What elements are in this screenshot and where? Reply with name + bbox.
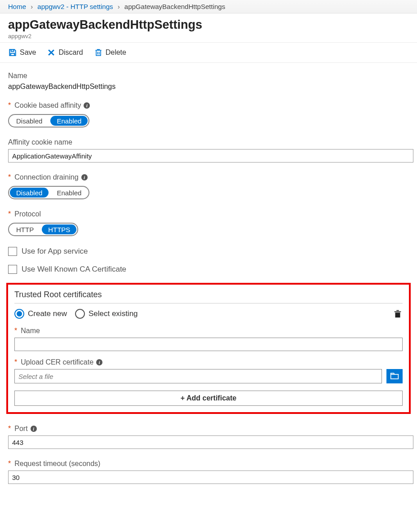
connection-draining-disabled[interactable]: Disabled [10, 188, 49, 198]
affinity-cookie-name-label: Affinity cookie name [8, 138, 409, 146]
info-icon[interactable]: i [84, 102, 90, 109]
svg-rect-0 [391, 374, 399, 379]
protocol-https[interactable]: HTTPS [42, 224, 76, 234]
port-label: Port [14, 425, 27, 433]
trusted-root-section: Trusted Root certificates Create new Sel… [6, 283, 411, 414]
chevron-right-icon: › [31, 3, 33, 10]
browse-file-button[interactable] [386, 369, 403, 383]
select-existing-radio[interactable]: Select existing [75, 309, 138, 319]
use-app-service-checkbox[interactable]: Use for App service [8, 247, 409, 256]
request-timeout-label: Request timeout (seconds) [14, 460, 100, 468]
save-button[interactable]: Save [8, 48, 36, 57]
field-port: * Port i [8, 425, 409, 449]
request-timeout-input[interactable] [8, 470, 413, 484]
trusted-root-title: Trusted Root certificates [14, 290, 403, 299]
delete-label: Delete [106, 48, 126, 57]
cert-name-label: Name [21, 327, 40, 335]
field-connection-draining: * Connection draining i Disabled Enabled [8, 173, 409, 199]
connection-draining-toggle[interactable]: Disabled Enabled [8, 186, 89, 199]
info-icon[interactable]: i [31, 426, 37, 432]
protocol-label: Protocol [14, 210, 41, 218]
page-subtitle: appgwv2 [8, 33, 409, 40]
toolbar: Save Discard Delete [0, 43, 417, 63]
checkbox-icon [8, 247, 17, 256]
create-new-radio[interactable]: Create new [14, 309, 67, 319]
required-marker: * [8, 210, 11, 218]
connection-draining-label: Connection draining [14, 173, 78, 181]
info-icon[interactable]: i [81, 174, 88, 180]
required-marker: * [14, 358, 17, 366]
delete-button[interactable]: Delete [94, 48, 126, 57]
cookie-affinity-toggle[interactable]: Disabled Enabled [8, 114, 89, 128]
use-well-known-ca-label: Use Well Known CA Certificate [22, 265, 126, 274]
close-icon [47, 48, 56, 57]
checkbox-icon [8, 265, 17, 274]
trusted-root-mode: Create new Select existing [14, 309, 403, 319]
cookie-affinity-label: Cookie based affinity [14, 101, 81, 110]
field-affinity-cookie-name: Affinity cookie name [8, 138, 409, 163]
create-new-label: Create new [28, 309, 67, 318]
select-existing-label: Select existing [89, 309, 138, 318]
cert-name-input[interactable] [14, 338, 403, 351]
name-value: appGatewayBackendHttpSettings [8, 83, 409, 91]
use-app-service-label: Use for App service [22, 247, 88, 256]
folder-icon [390, 373, 399, 380]
trash-icon [94, 48, 103, 57]
page-title: appGatewayBackendHttpSettings [8, 18, 409, 32]
cookie-affinity-enabled[interactable]: Enabled [50, 116, 88, 126]
discard-label: Discard [58, 48, 83, 57]
breadcrumb-level1[interactable]: appgwv2 - HTTP settings [37, 3, 113, 10]
field-protocol: * Protocol HTTP HTTPS [8, 210, 409, 236]
save-label: Save [20, 48, 36, 57]
add-certificate-button[interactable]: + Add certificate [14, 391, 403, 406]
discard-button[interactable]: Discard [47, 48, 83, 57]
required-marker: * [8, 101, 11, 110]
affinity-cookie-name-input[interactable] [8, 149, 413, 163]
save-icon [8, 48, 17, 57]
port-input[interactable] [8, 435, 413, 449]
form: Name appGatewayBackendHttpSettings * Coo… [0, 63, 417, 504]
protocol-toggle[interactable]: HTTP HTTPS [8, 223, 78, 236]
page-header: appGatewayBackendHttpSettings appgwv2 [0, 13, 417, 43]
field-request-timeout: * Request timeout (seconds) [8, 460, 409, 484]
divider [14, 303, 403, 303]
delete-certificate-button[interactable] [393, 309, 403, 319]
field-cookie-affinity: * Cookie based affinity i Disabled Enabl… [8, 101, 409, 128]
connection-draining-enabled[interactable]: Enabled [49, 187, 89, 198]
required-marker: * [8, 460, 11, 468]
chevron-right-icon: › [118, 3, 120, 10]
upload-cer-label: Upload CER certificate [21, 358, 93, 366]
radio-icon [14, 309, 24, 319]
upload-cer-field: * Upload CER certificate i Select a file [14, 358, 403, 383]
breadcrumb: Home › appgwv2 - HTTP settings › appGate… [0, 0, 417, 13]
cert-name-field: * Name [14, 327, 403, 351]
radio-icon [75, 309, 85, 319]
breadcrumb-current: appGatewayBackendHttpSettings [124, 3, 225, 10]
use-well-known-ca-checkbox[interactable]: Use Well Known CA Certificate [8, 265, 409, 274]
required-marker: * [14, 327, 17, 335]
field-name: Name appGatewayBackendHttpSettings [8, 72, 409, 91]
protocol-http[interactable]: HTTP [9, 224, 41, 235]
cookie-affinity-disabled[interactable]: Disabled [9, 115, 49, 127]
breadcrumb-home[interactable]: Home [8, 3, 26, 10]
required-marker: * [8, 173, 11, 181]
name-label: Name [8, 72, 409, 80]
required-marker: * [8, 425, 11, 433]
file-path-display: Select a file [14, 369, 382, 383]
info-icon[interactable]: i [96, 359, 102, 365]
